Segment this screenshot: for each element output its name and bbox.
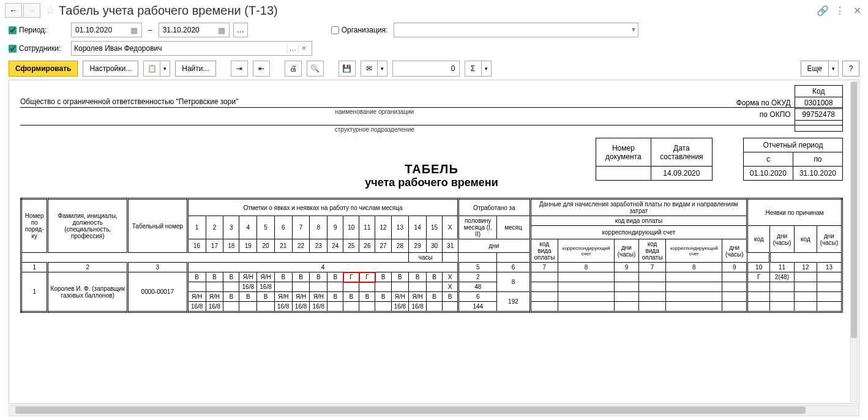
calendar-icon[interactable]: ▦: [218, 26, 225, 35]
help-button[interactable]: ?: [842, 61, 859, 77]
calendar-icon[interactable]: ▦: [130, 26, 138, 35]
horizontal-scrollbar[interactable]: [9, 405, 859, 416]
expand-icon[interactable]: ⇥: [231, 61, 248, 77]
report-preview: Код Форма по ОКУД0301008 по ОКПО99752478…: [9, 80, 859, 404]
settings-button[interactable]: Настройки...: [83, 61, 138, 77]
favorite-star-icon[interactable]: ☆: [45, 4, 55, 17]
number-input[interactable]: 0: [392, 61, 460, 77]
date-from-input[interactable]: 01.10.2020▦: [71, 23, 142, 37]
mail-dropdown-icon[interactable]: ▾: [378, 61, 387, 77]
kebab-menu-icon[interactable]: ⋮: [834, 4, 846, 17]
print-icon[interactable]: 🖨: [285, 61, 302, 77]
org-name: Общество с ограниченной ответственностью…: [20, 97, 238, 106]
generate-button[interactable]: Сформировать: [9, 61, 78, 77]
vertical-scrollbar[interactable]: [850, 81, 858, 402]
more-dropdown-icon[interactable]: ▾: [829, 61, 839, 77]
link-icon[interactable]: 🔗: [817, 4, 829, 17]
timesheet-table: Номер по поряд-ку Фамилия, инициалы, дол…: [20, 198, 843, 313]
save-icon[interactable]: 💾: [339, 61, 356, 77]
report-title: ТАБЕЛЬ: [20, 162, 843, 176]
employee-select-button[interactable]: …: [287, 44, 298, 53]
period-checkbox[interactable]: Период:: [9, 26, 67, 34]
date-to-input[interactable]: 31.10.2020▦: [159, 23, 230, 37]
date-separator: –: [148, 26, 152, 34]
table-row: 1 Королев И. Ф. (заправщик газовых балло…: [21, 272, 842, 282]
back-button[interactable]: ←: [5, 3, 22, 18]
window-title: Табель учета рабочего времени (Т-13): [59, 4, 278, 18]
org-checkbox[interactable]: Организация:: [331, 26, 388, 34]
find-button[interactable]: Найти...: [175, 61, 215, 77]
employee-input[interactable]: Королев Иван Федорович … ×: [71, 41, 312, 56]
period-options-button[interactable]: …: [233, 23, 248, 37]
paste-icon[interactable]: 📋: [143, 61, 160, 77]
collapse-icon[interactable]: ⇤: [253, 61, 270, 77]
employee-clear-button[interactable]: ×: [298, 44, 309, 53]
more-button[interactable]: Еще: [801, 61, 829, 77]
close-icon[interactable]: ✕: [851, 4, 863, 17]
preview-icon[interactable]: 🔍: [307, 61, 324, 77]
report-subtitle: учета рабочего времени: [20, 176, 843, 189]
sigma-icon[interactable]: Σ: [465, 61, 482, 77]
employees-checkbox[interactable]: Сотрудники:: [9, 44, 67, 53]
sigma-dropdown-icon[interactable]: ▾: [482, 61, 492, 77]
paste-dropdown-icon[interactable]: ▾: [160, 61, 170, 77]
mail-icon[interactable]: ✉: [361, 61, 378, 77]
forward-button[interactable]: →: [23, 3, 40, 18]
org-select[interactable]: [394, 23, 638, 37]
